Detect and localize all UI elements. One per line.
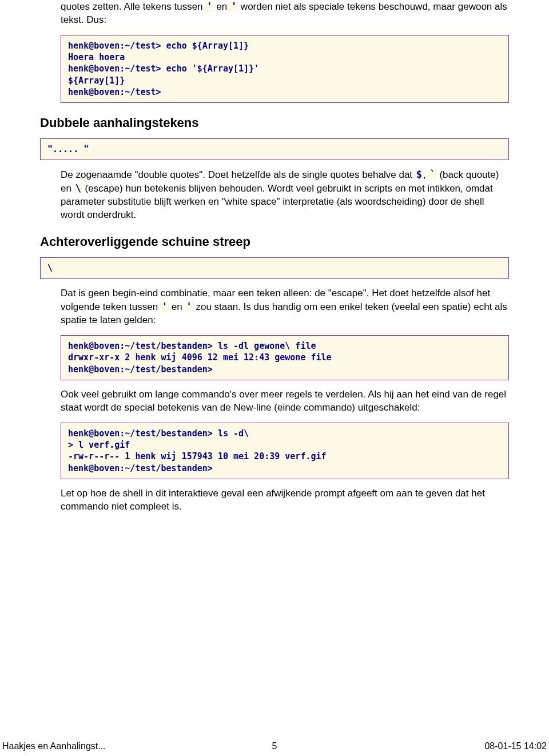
single-quote-char: ' xyxy=(185,301,193,312)
heading-schuine-streep: Achteroverliggende schuine streep xyxy=(40,234,509,249)
text: en xyxy=(169,301,185,312)
paragraph-escape: Dat is geen begin-eind combinatie, maar … xyxy=(61,287,509,327)
single-quote-char: ' xyxy=(161,301,169,312)
single-quote-char: ' xyxy=(205,1,213,12)
single-quote-char: ' xyxy=(230,1,238,12)
page-footer: Haakjes en Aanhalingst... 5 08-01-15 14:… xyxy=(0,741,549,751)
footer-page-number: 5 xyxy=(272,741,277,751)
paragraph-double-quotes: De zogenaamde "double quotes". Doet hetz… xyxy=(61,168,509,222)
document-page: quotes zetten. Alle tekens tussen ' en '… xyxy=(0,0,549,756)
paragraph-let-op: Let op hoe de shell in dit interaktieve … xyxy=(61,487,509,514)
code-block-array-echo: henk@boven:~/test> echo ${Array[1]} Hoer… xyxy=(61,35,509,103)
text: quotes zetten. Alle tekens tussen xyxy=(61,1,205,12)
backtick-char: ` xyxy=(428,169,436,180)
intro-paragraph: quotes zetten. Alle tekens tussen ' en '… xyxy=(61,0,509,27)
code-block-ls-file: henk@boven:~/test/bestanden> ls -dl gewo… xyxy=(61,335,509,380)
dollar-char: $ xyxy=(415,169,423,180)
footer-title: Haakjes en Aanhalingst... xyxy=(2,741,106,751)
text: en xyxy=(214,1,230,12)
code-block-ls-multiline: henk@boven:~/test/bestanden> ls -d\ > l … xyxy=(61,423,509,479)
paragraph-ook-veel: Ook veel gebruikt om lange commando's ov… xyxy=(61,388,509,415)
code-block-double-quotes: "..... " xyxy=(40,138,509,160)
code-block-backslash: \ xyxy=(40,257,509,279)
text: (escape) hun betekenis blijven behouden.… xyxy=(61,183,493,220)
backslash-char: \ xyxy=(74,182,82,194)
footer-timestamp: 08-01-15 14:02 xyxy=(484,741,547,751)
heading-dubbele-aanhalingstekens: Dubbele aanhalingstekens xyxy=(40,116,509,130)
text: De zogenaamde "double quotes". Doet hetz… xyxy=(61,169,415,180)
